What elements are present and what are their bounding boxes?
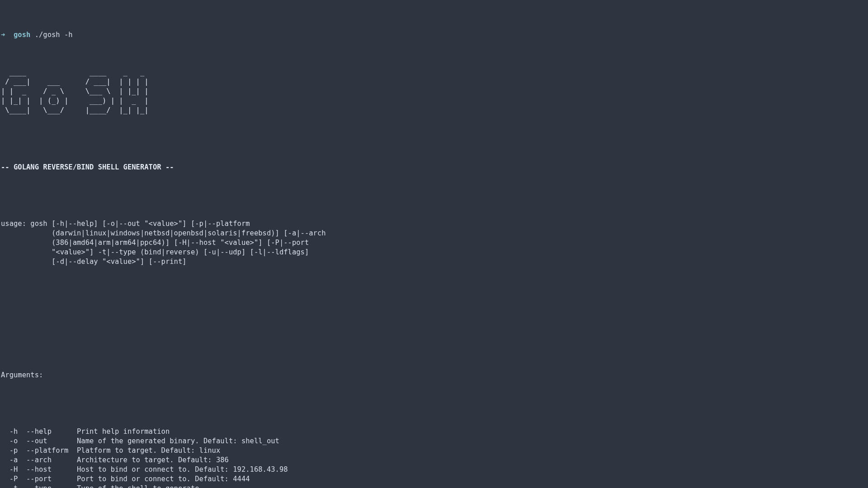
- prompt-cwd: gosh: [14, 31, 30, 39]
- blank-line-1: [1, 134, 867, 144]
- prompt-command: ./gosh -h: [35, 31, 73, 39]
- ascii-banner: ____ ____ _ _ / ___| ___ / ___| | | | | …: [1, 68, 867, 115]
- arguments-header: Arguments:: [1, 371, 867, 380]
- blank-line-5: [1, 342, 867, 352]
- prompt-line-1: ➜ gosh ./gosh -h: [1, 30, 867, 40]
- blank-line-6: [1, 399, 867, 408]
- blank-line-2: [1, 191, 867, 200]
- usage-block: usage: gosh [-h|--help] [-o|--out "<valu…: [1, 219, 867, 267]
- blank-line-4: [1, 314, 867, 323]
- blank-line-3: [1, 286, 867, 295]
- terminal[interactable]: ➜ gosh ./gosh -h ____ ____ _ _ / ___| __…: [0, 0, 868, 488]
- prompt-arrow-icon: ➜: [1, 31, 5, 39]
- program-title: -- GOLANG REVERSE/BIND SHELL GENERATOR -…: [1, 163, 867, 172]
- arguments-list: -h --help Print help information -o --ou…: [1, 427, 867, 488]
